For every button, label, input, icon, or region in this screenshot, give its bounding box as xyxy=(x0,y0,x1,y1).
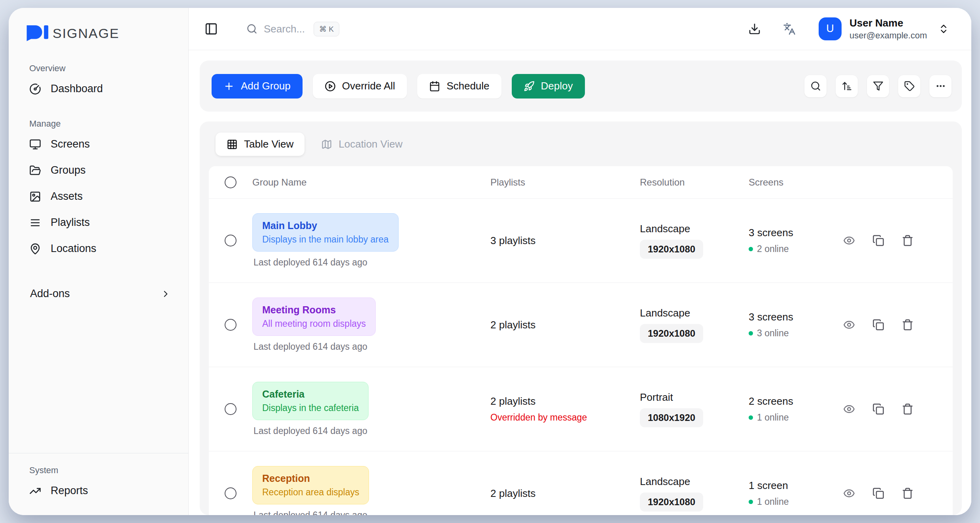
list-icon xyxy=(29,217,41,229)
group-description: All meeting room displays xyxy=(262,318,366,329)
table-search-button[interactable] xyxy=(804,75,827,97)
screens-cell: 1 screen 1 online xyxy=(749,479,843,507)
group-chip[interactable]: Cafeteria Displays in the cafeteria xyxy=(252,382,369,420)
sidebar-item-dashboard[interactable]: Dashboard xyxy=(25,78,176,100)
delete-button[interactable] xyxy=(902,403,914,415)
brand-name: SIGNAGE xyxy=(53,26,119,41)
last-deployed-text: Last deployed 614 days ago xyxy=(254,257,490,268)
online-count: 1 online xyxy=(757,496,789,507)
map-icon xyxy=(321,139,332,150)
override-all-button[interactable]: Override All xyxy=(313,74,407,99)
nav-group-overview: Overview Dashboard xyxy=(25,63,176,104)
trash-icon xyxy=(902,403,914,415)
group-cell: Meeting Rooms All meeting room displays … xyxy=(252,298,490,352)
playlists-cell: 2 playlists xyxy=(490,319,640,331)
override-all-label: Override All xyxy=(342,80,395,92)
add-group-button[interactable]: Add Group xyxy=(212,74,303,99)
sidebar-item-screens[interactable]: Screens xyxy=(25,133,176,155)
view-button[interactable] xyxy=(843,403,855,415)
tags-button[interactable] xyxy=(898,75,920,97)
sidebar-item-addons[interactable]: Add-ons xyxy=(25,282,176,305)
sidebar-item-label: Playlists xyxy=(51,216,90,229)
deploy-button[interactable]: Deploy xyxy=(512,74,585,99)
copy-icon xyxy=(872,235,884,246)
playlists-count: 2 playlists xyxy=(490,487,640,500)
topbar-right: U User Name user@example.com xyxy=(748,17,949,41)
user-menu-toggle[interactable] xyxy=(938,23,949,34)
resolution-badge: 1920x1080 xyxy=(640,240,703,259)
last-deployed-text: Last deployed 614 days ago xyxy=(254,426,490,436)
translate-icon xyxy=(783,23,796,35)
duplicate-button[interactable] xyxy=(872,487,884,499)
search-shortcut-badge: ⌘ K xyxy=(314,22,339,36)
table-row: Meeting Rooms All meeting room displays … xyxy=(209,283,953,367)
folder-open-icon xyxy=(29,165,41,176)
row-checkbox[interactable] xyxy=(225,235,236,246)
deploy-label: Deploy xyxy=(541,80,573,92)
sidebar-item-assets[interactable]: Assets xyxy=(25,185,176,208)
toolbar-icon-buttons xyxy=(804,75,952,97)
select-all-checkbox[interactable] xyxy=(225,176,236,188)
plus-icon xyxy=(223,81,235,92)
sidebar-item-playlists[interactable]: Playlists xyxy=(25,211,176,234)
download-button[interactable] xyxy=(748,23,761,35)
section-label-manage: Manage xyxy=(29,119,176,129)
tab-table-view[interactable]: Table View xyxy=(216,133,305,156)
online-count: 2 online xyxy=(757,244,789,254)
eye-icon xyxy=(843,235,855,246)
view-button[interactable] xyxy=(843,235,855,246)
delete-button[interactable] xyxy=(902,487,914,499)
table-row: Reception Reception area displays Last d… xyxy=(209,451,953,515)
sidebar-item-reports[interactable]: Reports xyxy=(25,479,176,502)
filter-icon xyxy=(873,81,884,91)
language-button[interactable] xyxy=(783,23,796,35)
duplicate-button[interactable] xyxy=(872,403,884,415)
row-checkbox[interactable] xyxy=(225,403,236,415)
group-chip[interactable]: Main Lobby Displays in the main lobby ar… xyxy=(252,213,399,252)
screens-count: 2 screens xyxy=(749,395,843,407)
sidebar-item-locations[interactable]: Locations xyxy=(25,237,176,260)
online-dot xyxy=(749,331,753,335)
group-chip[interactable]: Reception Reception area displays xyxy=(252,466,369,504)
brand-logo: SIGNAGE xyxy=(25,25,176,41)
copy-icon xyxy=(872,487,884,499)
sort-button[interactable] xyxy=(836,75,858,97)
user-menu[interactable]: User Name user@example.com xyxy=(849,17,927,41)
trash-icon xyxy=(902,235,914,246)
trash-icon xyxy=(902,487,914,499)
image-icon xyxy=(29,191,41,203)
search-input[interactable]: Search... ⌘ K xyxy=(246,22,339,36)
row-actions xyxy=(843,235,953,246)
column-header-group-name: Group Name xyxy=(252,177,490,188)
eye-icon xyxy=(843,319,855,331)
group-chip[interactable]: Meeting Rooms All meeting room displays xyxy=(252,298,376,336)
sidebar-spacer xyxy=(25,305,176,453)
sidebar-item-label: Dashboard xyxy=(51,83,103,95)
trending-up-icon xyxy=(29,485,41,497)
section-label-system: System xyxy=(29,465,176,476)
download-icon xyxy=(748,23,761,35)
online-status: 1 online xyxy=(749,412,843,423)
filter-button[interactable] xyxy=(867,75,889,97)
online-count: 1 online xyxy=(757,412,789,423)
view-button[interactable] xyxy=(843,319,855,331)
delete-button[interactable] xyxy=(902,319,914,331)
sidebar-item-label: Groups xyxy=(51,164,86,176)
sidebar-toggle-button[interactable] xyxy=(204,22,218,36)
group-cell: Cafeteria Displays in the cafeteria Last… xyxy=(252,382,490,436)
eye-icon xyxy=(843,487,855,499)
view-button[interactable] xyxy=(843,487,855,499)
row-checkbox[interactable] xyxy=(225,487,236,499)
sidebar-item-groups[interactable]: Groups xyxy=(25,159,176,182)
row-checkbox[interactable] xyxy=(225,319,236,331)
avatar[interactable]: U xyxy=(819,17,842,40)
schedule-button[interactable]: Schedule xyxy=(417,74,501,99)
trash-icon xyxy=(902,319,914,331)
more-button[interactable] xyxy=(929,75,952,97)
pi-logo-icon xyxy=(25,25,49,41)
map-pin-icon xyxy=(29,243,41,255)
duplicate-button[interactable] xyxy=(872,319,884,331)
delete-button[interactable] xyxy=(902,235,914,246)
tab-location-view[interactable]: Location View xyxy=(310,133,413,156)
duplicate-button[interactable] xyxy=(872,235,884,246)
